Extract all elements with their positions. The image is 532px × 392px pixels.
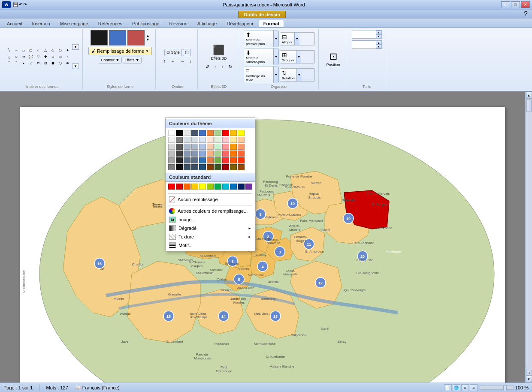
tc-4-6[interactable] bbox=[215, 157, 221, 163]
sc-0[interactable] bbox=[168, 184, 175, 190]
shape-10[interactable]: ⬡ bbox=[57, 60, 63, 66]
shape-11[interactable]: ⊕ bbox=[64, 60, 71, 66]
tc-1-4[interactable] bbox=[199, 137, 206, 143]
width-down[interactable]: ▼ bbox=[376, 45, 382, 48]
rotation-arrow[interactable]: ▼ bbox=[296, 69, 302, 81]
tab-insertion[interactable]: Insertion bbox=[27, 20, 54, 27]
grouper-arrow[interactable]: ▼ bbox=[296, 51, 301, 63]
tc-1-3[interactable] bbox=[191, 137, 198, 143]
tc-2-4[interactable] bbox=[199, 144, 206, 150]
zoom-slider[interactable] bbox=[480, 386, 514, 390]
shape-6[interactable]: ⊿ bbox=[27, 60, 34, 66]
maximize-button[interactable]: □ bbox=[511, 1, 520, 8]
tc-1-1[interactable] bbox=[176, 137, 183, 143]
shape-callout[interactable]: 💬 bbox=[27, 54, 34, 60]
shape-7[interactable]: ⊓ bbox=[35, 60, 42, 66]
mettre-premier-arrow[interactable]: ▼ bbox=[273, 30, 278, 47]
tc-5-0[interactable] bbox=[168, 164, 175, 170]
shape-misc1[interactable]: ⊕ bbox=[49, 54, 56, 60]
shape-rounded-rect[interactable]: ▢ bbox=[27, 47, 34, 53]
tab-mise-en-page[interactable]: Mise en page bbox=[55, 20, 93, 27]
vertical-scrollbar[interactable]: ▲ □ ▼ bbox=[525, 92, 532, 383]
doc-scroll-area[interactable]: ⑯ Ternes bbox=[0, 92, 525, 383]
sc-10[interactable] bbox=[245, 184, 252, 190]
tc-3-9[interactable] bbox=[238, 151, 245, 157]
contour-btn[interactable]: Contour ▼ bbox=[99, 57, 121, 63]
shape-bracket[interactable]: { bbox=[6, 54, 12, 60]
menu-item-degrade[interactable]: Dégradé ► bbox=[166, 224, 255, 232]
tc-0-4[interactable] bbox=[199, 130, 206, 136]
tc-2-6[interactable] bbox=[215, 144, 221, 150]
tab-affichage[interactable]: Affichage bbox=[193, 20, 222, 27]
tc-1-9[interactable] bbox=[238, 137, 245, 143]
fill-dropdown-button[interactable]: 🖌 Remplissage de forme ▼ bbox=[88, 47, 152, 55]
tc-2-7[interactable] bbox=[222, 144, 229, 150]
shape-5[interactable]: ▸ bbox=[20, 60, 27, 66]
tc-4-4[interactable] bbox=[199, 157, 206, 163]
language-selector[interactable]: 📖 Français (France) bbox=[75, 385, 120, 390]
tc-4-0[interactable] bbox=[168, 157, 175, 163]
tc-3-5[interactable] bbox=[207, 151, 214, 157]
tc-4-9[interactable] bbox=[238, 157, 245, 163]
shape-pentagon[interactable]: ⬠ bbox=[57, 47, 63, 53]
effets-btn[interactable]: Effets ▼ bbox=[123, 57, 142, 63]
tc-0-1[interactable] bbox=[176, 130, 183, 136]
menu-item-other-colors[interactable]: Autres couleurs de remplissage... bbox=[166, 207, 255, 215]
shape-triangle[interactable]: △ bbox=[42, 47, 49, 53]
menu-item-no-fill[interactable]: Aucun remplissage bbox=[166, 195, 255, 204]
shape-arrow[interactable]: → bbox=[13, 47, 20, 53]
swatch-black[interactable] bbox=[91, 30, 108, 45]
aligner-btn[interactable]: ⊟ Aligner ▼ bbox=[280, 32, 315, 45]
tc-2-2[interactable] bbox=[184, 144, 190, 150]
tc-0-3[interactable] bbox=[191, 130, 198, 136]
aligner-arrow[interactable]: ▼ bbox=[294, 33, 299, 45]
sc-7[interactable] bbox=[222, 184, 229, 190]
sc-1[interactable] bbox=[176, 184, 183, 190]
ombre-right[interactable]: → bbox=[178, 57, 187, 65]
shape-8[interactable]: ⊡ bbox=[42, 60, 49, 66]
tab-accueil[interactable]: Accueil bbox=[2, 20, 27, 27]
effets3d-button[interactable]: ⬛ Effets 3D bbox=[209, 43, 229, 62]
tilt-up[interactable]: ↑ bbox=[212, 63, 218, 70]
ombre-down[interactable]: ↓ bbox=[187, 57, 194, 65]
grouper-btn[interactable]: ⊞ Grouper ▼ bbox=[280, 50, 315, 63]
edit-shapes-btn[interactable]: ▼ bbox=[72, 44, 79, 50]
sc-4[interactable] bbox=[199, 184, 206, 190]
habillage-btn[interactable]: ≡ Habillage du texte ▼ bbox=[244, 66, 279, 83]
sc-8[interactable] bbox=[230, 184, 237, 190]
position-button[interactable]: ⊡ Position bbox=[324, 50, 342, 68]
tab-developpeur[interactable]: Développeur bbox=[222, 20, 258, 27]
minimize-button[interactable]: — bbox=[501, 1, 510, 8]
sc-2[interactable] bbox=[184, 184, 190, 190]
shape-rect[interactable]: ▭ bbox=[20, 47, 27, 53]
view-print-btn[interactable]: 📄 bbox=[444, 384, 452, 391]
sc-5[interactable] bbox=[207, 184, 214, 190]
shape-3[interactable]: ⌒ bbox=[6, 60, 12, 66]
tc-5-4[interactable] bbox=[199, 164, 206, 170]
tab-publipostage[interactable]: Publipostage bbox=[127, 20, 164, 27]
save-icon[interactable]: 💾 bbox=[13, 2, 18, 7]
tc-0-7[interactable] bbox=[222, 130, 229, 136]
tc-5-7[interactable] bbox=[222, 164, 229, 170]
sc-3[interactable] bbox=[191, 184, 198, 190]
sc-9[interactable] bbox=[238, 184, 245, 190]
tc-2-5[interactable] bbox=[207, 144, 214, 150]
swatch-blue[interactable] bbox=[109, 30, 126, 45]
tc-3-3[interactable] bbox=[191, 151, 198, 157]
shape-heart[interactable]: ♡ bbox=[35, 54, 42, 60]
tab-format[interactable]: Format bbox=[259, 20, 284, 27]
tc-0-0[interactable] bbox=[168, 130, 175, 136]
tc-1-5[interactable] bbox=[207, 137, 214, 143]
tc-3-2[interactable] bbox=[184, 151, 190, 157]
tc-1-2[interactable] bbox=[184, 137, 190, 143]
shape-misc2[interactable]: ◎ bbox=[57, 54, 63, 60]
mettre-arriere-arrow[interactable]: ▼ bbox=[273, 48, 278, 65]
sc-6[interactable] bbox=[215, 184, 221, 190]
shape-oval[interactable]: ○ bbox=[35, 47, 42, 53]
scroll-up-btn[interactable]: ▲ bbox=[526, 92, 532, 99]
menu-item-image[interactable]: 🖼 Image... bbox=[166, 215, 255, 224]
tc-4-1[interactable] bbox=[176, 157, 183, 163]
tc-3-8[interactable] bbox=[230, 151, 237, 157]
tc-5-9[interactable] bbox=[238, 164, 245, 170]
scroll-page-down[interactable]: □ bbox=[526, 370, 532, 376]
